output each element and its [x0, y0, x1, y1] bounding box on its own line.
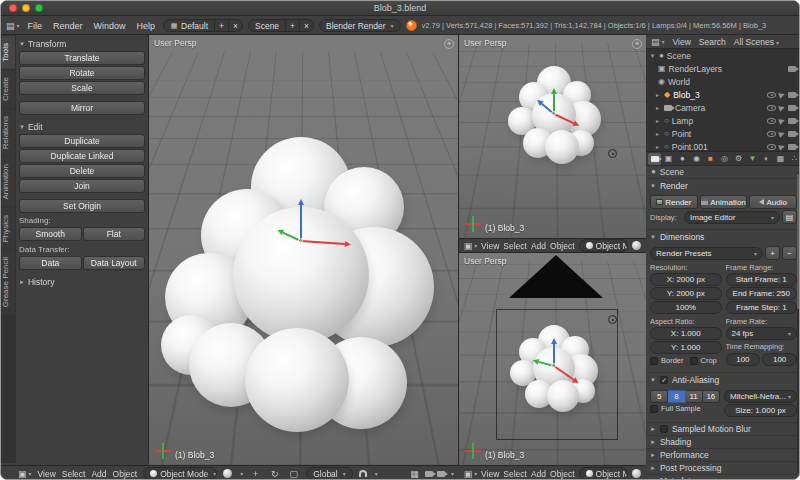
- object-menu[interactable]: Object: [550, 469, 575, 479]
- post-processing-panel-header[interactable]: ►Post Processing: [646, 462, 800, 475]
- snap-magnet-icon[interactable]: [359, 470, 367, 477]
- expand-icon[interactable]: ▼: [649, 53, 656, 59]
- manipulator-translate-icon[interactable]: +: [249, 467, 262, 480]
- tab-animation[interactable]: Animation: [1, 157, 15, 207]
- select-menu[interactable]: Select: [62, 469, 86, 479]
- data-layout-button[interactable]: Data Layout: [83, 256, 146, 270]
- performance-panel-header[interactable]: ►Performance: [646, 449, 800, 462]
- resolution-percent-field[interactable]: 100%: [650, 301, 722, 314]
- add-menu[interactable]: Add: [531, 469, 546, 479]
- minimize-button[interactable]: [22, 4, 30, 12]
- selectability-toggle-icon[interactable]: [778, 104, 786, 112]
- tab-particles-icon[interactable]: ∴: [788, 153, 800, 165]
- tab-object-icon[interactable]: ■: [704, 153, 717, 165]
- select-menu[interactable]: Select: [503, 241, 527, 251]
- menu-render[interactable]: Render: [50, 21, 86, 31]
- aa-samples-11-button[interactable]: 11: [686, 390, 703, 403]
- editor-type-icon[interactable]: ▣▾: [464, 239, 477, 252]
- tab-render-icon[interactable]: [648, 153, 661, 165]
- dimensions-panel-header[interactable]: ▼Dimensions: [646, 230, 800, 243]
- outliner-row-blob3[interactable]: ▸◆Blob_3: [646, 88, 800, 101]
- editor-type-icon[interactable]: ▣▾: [18, 467, 32, 480]
- editor-type-icon[interactable]: ▣▾: [464, 467, 477, 480]
- visibility-toggle-icon[interactable]: [767, 92, 776, 98]
- render-engine-selector[interactable]: Blender Render▾: [319, 19, 401, 32]
- layers-icon[interactable]: ▦: [408, 467, 421, 480]
- outliner-row-camera[interactable]: ▸Camera: [646, 101, 800, 114]
- render-toggle-icon[interactable]: [788, 66, 796, 72]
- visibility-toggle-icon[interactable]: [767, 105, 776, 111]
- antialiasing-panel-header[interactable]: ▼✓Anti-Aliasing: [646, 373, 800, 386]
- region-plus-button[interactable]: +: [632, 39, 642, 49]
- menu-file[interactable]: File: [25, 21, 46, 31]
- outliner-row-point[interactable]: ▸○Point: [646, 127, 800, 140]
- screen-layout-selector[interactable]: ▦Default: [163, 19, 215, 32]
- translate-button[interactable]: Translate: [19, 51, 145, 65]
- menu-window[interactable]: Window: [91, 21, 129, 31]
- add-menu[interactable]: Add: [91, 469, 106, 479]
- scene-selector[interactable]: Scene: [248, 19, 286, 32]
- duplicate-button[interactable]: Duplicate: [19, 134, 145, 148]
- lamp-object-icon[interactable]: [608, 149, 617, 158]
- rotate-button[interactable]: Rotate: [19, 66, 145, 80]
- tab-grease-pencil[interactable]: Grease Pencil: [1, 250, 15, 314]
- tab-world-icon[interactable]: ◉: [690, 153, 703, 165]
- view-menu[interactable]: View: [481, 241, 499, 251]
- tab-constraints-icon[interactable]: ◎: [718, 153, 731, 165]
- shading-panel-header[interactable]: ►Shading: [646, 436, 800, 449]
- start-frame-field[interactable]: Start Frame: 1: [726, 273, 798, 286]
- gizmo-z-arrow[interactable]: [300, 205, 302, 241]
- lamp-object-icon[interactable]: [608, 315, 617, 324]
- delete-button[interactable]: Delete: [19, 164, 145, 178]
- render-button[interactable]: Render: [650, 195, 698, 209]
- border-checkbox[interactable]: Border: [650, 356, 684, 365]
- data-button[interactable]: Data: [19, 256, 82, 270]
- outliner-row-point001[interactable]: ▸○Point.001: [646, 140, 800, 152]
- aa-filter-selector[interactable]: Mitchell-Netra...▾: [724, 390, 797, 403]
- opengl-render-icon[interactable]: [425, 471, 433, 477]
- outliner-row-scene[interactable]: ▼●Scene: [646, 49, 800, 62]
- breadcrumb-scene[interactable]: Scene: [660, 167, 684, 177]
- sampled-motion-blur-panel-header[interactable]: ►Sampled Motion Blur: [646, 423, 800, 436]
- tab-texture-icon[interactable]: ▦: [774, 153, 787, 165]
- full-sample-checkbox[interactable]: Full Sample: [650, 404, 720, 413]
- outliner-row-renderlayers[interactable]: ▣RenderLayers: [646, 62, 800, 75]
- menu-help[interactable]: Help: [134, 21, 159, 31]
- shade-smooth-button[interactable]: Smooth: [19, 227, 82, 241]
- frame-step-field[interactable]: Frame Step: 1: [726, 301, 798, 314]
- render-toggle-icon[interactable]: [788, 131, 796, 137]
- view-menu[interactable]: View: [38, 469, 56, 479]
- selectability-toggle-icon[interactable]: [778, 130, 786, 138]
- camera-frame[interactable]: [496, 309, 618, 440]
- outliner-view-menu[interactable]: View: [673, 37, 691, 47]
- render-toggle-icon[interactable]: [788, 118, 796, 124]
- viewport-shading-icon[interactable]: [632, 469, 641, 478]
- render-toggle-icon[interactable]: [788, 144, 796, 150]
- camera-cone[interactable]: [509, 255, 603, 298]
- add-menu[interactable]: Add: [531, 241, 546, 251]
- mirror-button[interactable]: Mirror: [19, 101, 145, 115]
- display-selector[interactable]: Image Editor▾: [684, 211, 780, 224]
- view-menu[interactable]: View: [481, 469, 499, 479]
- animation-button[interactable]: Animation: [700, 195, 748, 209]
- aa-samples-16-button[interactable]: 16: [703, 390, 720, 403]
- visibility-toggle-icon[interactable]: [767, 144, 776, 150]
- expand-icon[interactable]: ▸: [654, 91, 661, 98]
- mode-selector[interactable]: Object Mode: [579, 467, 628, 480]
- crop-checkbox[interactable]: Crop: [690, 356, 717, 365]
- resolution-y-field[interactable]: Y: 2000 px: [650, 287, 722, 300]
- tab-relations[interactable]: Relations: [1, 109, 15, 156]
- resolution-x-field[interactable]: X: 2000 px: [650, 273, 722, 286]
- opengl-render-anim-icon[interactable]: [437, 471, 445, 477]
- outliner-row-world[interactable]: ◉World: [646, 75, 800, 88]
- remap-old-field[interactable]: 100: [726, 353, 761, 366]
- tab-scene-icon[interactable]: ●: [676, 153, 689, 165]
- expand-icon[interactable]: ▸: [654, 117, 661, 124]
- aa-samples-8-button[interactable]: 8: [668, 390, 685, 403]
- transform-panel-header[interactable]: ▼Transform: [19, 37, 145, 50]
- render-toggle-icon[interactable]: [788, 105, 796, 111]
- display-options-button[interactable]: ▤: [782, 210, 797, 224]
- tab-physics[interactable]: Physics: [1, 208, 15, 250]
- tab-modifiers-icon[interactable]: ⚙: [732, 153, 745, 165]
- close-button[interactable]: [9, 4, 17, 12]
